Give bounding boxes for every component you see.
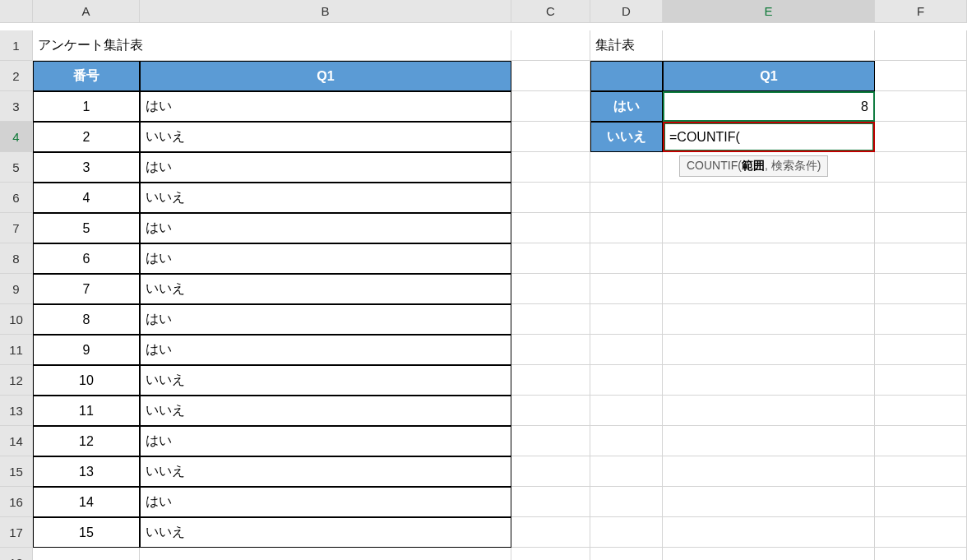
cell-f1[interactable]	[875, 30, 967, 61]
cell-e15[interactable]	[663, 456, 875, 487]
row-header-3[interactable]: 3	[0, 91, 33, 122]
cell-e13[interactable]	[663, 396, 875, 426]
cell-d1-title[interactable]: 集計表	[590, 30, 663, 61]
cell-a8[interactable]: 6	[33, 243, 140, 274]
cell-d13[interactable]	[590, 396, 663, 426]
cell-a12[interactable]: 10	[33, 365, 140, 396]
col-header-c[interactable]: C	[511, 0, 590, 23]
cell-c10[interactable]	[511, 304, 590, 335]
cell-e9[interactable]	[663, 274, 875, 304]
cell-b13[interactable]: いいえ	[140, 396, 511, 426]
cell-a18[interactable]	[33, 548, 140, 560]
cell-a13[interactable]: 11	[33, 396, 140, 426]
cell-d18[interactable]	[590, 548, 663, 560]
cell-d6[interactable]	[590, 183, 663, 213]
cell-c6[interactable]	[511, 183, 590, 213]
cell-c5[interactable]	[511, 152, 590, 183]
cell-d10[interactable]	[590, 304, 663, 335]
cell-d11[interactable]	[590, 335, 663, 365]
cell-b16[interactable]: はい	[140, 487, 511, 517]
cell-c13[interactable]	[511, 396, 590, 426]
cell-d12[interactable]	[590, 365, 663, 396]
row-header-1[interactable]: 1	[0, 30, 33, 61]
row-header-7[interactable]: 7	[0, 213, 33, 243]
col-header-a[interactable]: A	[33, 0, 140, 23]
cell-f3[interactable]	[875, 91, 967, 122]
cell-a7[interactable]: 5	[33, 213, 140, 243]
row-header-4[interactable]: 4	[0, 122, 33, 152]
cell-c8[interactable]	[511, 243, 590, 274]
row-header-2[interactable]: 2	[0, 61, 33, 91]
col-header-b[interactable]: B	[140, 0, 511, 23]
cell-c18[interactable]	[511, 548, 590, 560]
cell-b3[interactable]: はい	[140, 91, 511, 122]
cell-e4-active-formula[interactable]: =COUNTIF( COUNTIF(範囲, 検索条件)	[663, 122, 875, 152]
cell-a5[interactable]: 3	[33, 152, 140, 183]
row-header-5[interactable]: 5	[0, 152, 33, 183]
col-header-e[interactable]: E	[663, 0, 875, 23]
tooltip-arg-bold[interactable]: 範囲	[742, 159, 765, 172]
cell-d9[interactable]	[590, 274, 663, 304]
cell-e14[interactable]	[663, 426, 875, 456]
cell-c4[interactable]	[511, 122, 590, 152]
cell-d16[interactable]	[590, 487, 663, 517]
cell-a16[interactable]: 14	[33, 487, 140, 517]
cell-a14[interactable]: 12	[33, 426, 140, 456]
cell-f12[interactable]	[875, 365, 967, 396]
cell-c11[interactable]	[511, 335, 590, 365]
cell-f18[interactable]	[875, 548, 967, 560]
cell-b10[interactable]: はい	[140, 304, 511, 335]
formula-input-text[interactable]: =COUNTIF(	[669, 130, 740, 145]
row-header-11[interactable]: 11	[0, 335, 33, 365]
cell-e10[interactable]	[663, 304, 875, 335]
row-header-14[interactable]: 14	[0, 426, 33, 456]
cell-a1-title[interactable]: アンケート集計表	[33, 30, 511, 61]
cell-d2-header[interactable]	[590, 61, 663, 91]
cell-f8[interactable]	[875, 243, 967, 274]
cell-f7[interactable]	[875, 213, 967, 243]
cell-e16[interactable]	[663, 487, 875, 517]
cell-c15[interactable]	[511, 456, 590, 487]
cell-b6[interactable]: いいえ	[140, 183, 511, 213]
cell-b4[interactable]: いいえ	[140, 122, 511, 152]
row-header-16[interactable]: 16	[0, 487, 33, 517]
cell-d3-label[interactable]: はい	[590, 91, 663, 122]
cell-f5[interactable]	[875, 152, 967, 183]
cell-b14[interactable]: はい	[140, 426, 511, 456]
cell-b15[interactable]: いいえ	[140, 456, 511, 487]
cell-d17[interactable]	[590, 517, 663, 548]
cell-f16[interactable]	[875, 487, 967, 517]
row-header-6[interactable]: 6	[0, 183, 33, 213]
cell-c2[interactable]	[511, 61, 590, 91]
cell-e8[interactable]	[663, 243, 875, 274]
cell-c3[interactable]	[511, 91, 590, 122]
row-header-18[interactable]: 18	[0, 548, 33, 560]
cell-a4[interactable]: 2	[33, 122, 140, 152]
cell-a6[interactable]: 4	[33, 183, 140, 213]
cell-f11[interactable]	[875, 335, 967, 365]
cell-c1[interactable]	[511, 30, 590, 61]
cell-c7[interactable]	[511, 213, 590, 243]
cell-d7[interactable]	[590, 213, 663, 243]
cell-c17[interactable]	[511, 517, 590, 548]
cell-e6[interactable]	[663, 183, 875, 213]
cell-e17[interactable]	[663, 517, 875, 548]
cell-e11[interactable]	[663, 335, 875, 365]
cell-f2[interactable]	[875, 61, 967, 91]
cell-b7[interactable]: はい	[140, 213, 511, 243]
cell-c16[interactable]	[511, 487, 590, 517]
cell-d8[interactable]	[590, 243, 663, 274]
corner-cell[interactable]	[0, 0, 33, 23]
cell-c12[interactable]	[511, 365, 590, 396]
row-header-13[interactable]: 13	[0, 396, 33, 426]
cell-f14[interactable]	[875, 426, 967, 456]
cell-e1[interactable]	[663, 30, 875, 61]
row-header-8[interactable]: 8	[0, 243, 33, 274]
cell-f6[interactable]	[875, 183, 967, 213]
cell-f15[interactable]	[875, 456, 967, 487]
cell-d5[interactable]	[590, 152, 663, 183]
cell-a15[interactable]: 13	[33, 456, 140, 487]
spreadsheet-grid[interactable]: A B C D E F 1 アンケート集計表 集計表 2 番号 Q1 Q1 3 …	[0, 0, 967, 560]
cell-f4[interactable]	[875, 122, 967, 152]
row-header-10[interactable]: 10	[0, 304, 33, 335]
